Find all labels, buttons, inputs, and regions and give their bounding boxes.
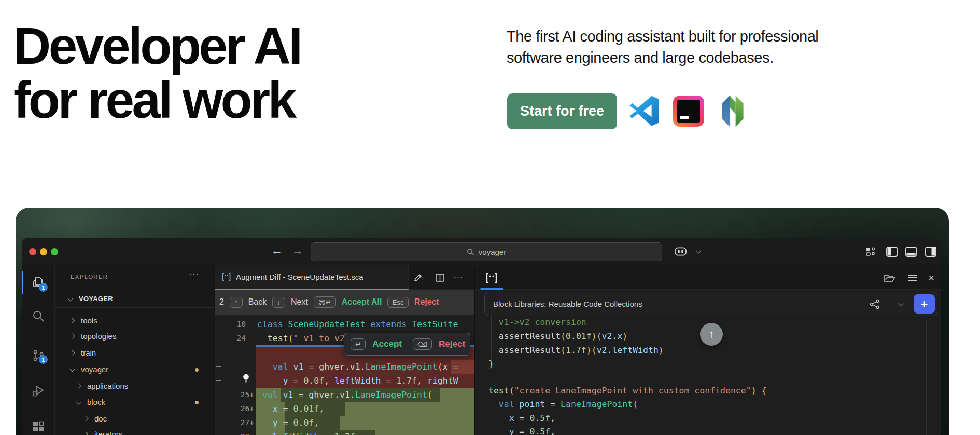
block-libraries-title: Block Libraries: Reusable Code Collectio…	[493, 300, 642, 308]
tree-item-voyager[interactable]: voyager	[55, 362, 214, 377]
active-view-indicator	[22, 271, 23, 294]
code-line-added: 25+ val v1 = ghver.v1.LaneImagePoint(	[215, 388, 474, 402]
block-libraries-bar[interactable]: Block Libraries: Reusable Code Collectio…	[484, 292, 937, 316]
workspace-section-voyager[interactable]: VOYAGER	[55, 291, 214, 308]
editor-more-actions-icon[interactable]: ···	[452, 271, 465, 284]
panel-code-line: v1->v2 conversion	[488, 315, 586, 329]
code-line-added: 28+ leftWidth = 1.7f,	[215, 430, 474, 435]
command-center-search[interactable]: voyager	[311, 242, 662, 261]
key-enter-icon: ↵	[351, 338, 366, 350]
reject-button[interactable]: Reject	[439, 339, 465, 349]
panel-scrollbar[interactable]	[926, 319, 927, 435]
diff-editor: Augment Diff - SceneUpdateTest.sca ··· 2…	[214, 265, 474, 435]
vscode-logo-icon	[628, 94, 661, 128]
explorer-sidebar: EXPLORER ··· VOYAGER tools topologies tr…	[55, 265, 214, 435]
panel-code-line: y = 0.5f,	[488, 425, 555, 435]
key-up-icon: ↑	[230, 297, 243, 308]
scroll-up-button[interactable]: ↑	[700, 323, 723, 346]
nav-forward-icon[interactable]: →	[292, 244, 303, 257]
title-line-2: for real work	[13, 73, 301, 127]
chevron-down-icon[interactable]	[696, 249, 702, 254]
nav-back-icon[interactable]: ←	[271, 244, 283, 257]
copilot-icon[interactable]	[674, 246, 687, 258]
tree-item-topologies[interactable]: topologies	[55, 329, 214, 344]
close-panel-icon[interactable]: ×	[925, 271, 938, 284]
modified-dot	[195, 401, 199, 404]
explorer-view-icon[interactable]: 1	[32, 276, 45, 289]
start-for-free-button[interactable]: Start for free	[507, 93, 617, 129]
key-esc-icon: Esc	[387, 297, 409, 308]
close-window-button[interactable]	[29, 248, 36, 255]
tree-item-block[interactable]: block	[55, 395, 214, 410]
toggle-sidebar-right-icon[interactable]	[925, 246, 937, 258]
inline-accept-reject-widget: ↵ Accept ⌫ Reject	[344, 333, 470, 356]
search-view-icon[interactable]	[32, 309, 45, 323]
toggle-sidebar-left-icon[interactable]	[886, 246, 898, 258]
augment-panel: × Block Libraries: Reusable Code Collect…	[474, 265, 941, 435]
tree-item-train[interactable]: train	[55, 345, 214, 361]
accept-all-button[interactable]: Accept All	[342, 297, 382, 307]
deleted-line-marker	[216, 380, 221, 381]
lightbulb-icon[interactable]	[242, 373, 250, 383]
zoom-window-button[interactable]	[51, 248, 58, 255]
page-title: Developer AI for real work	[13, 19, 301, 127]
tab-augment-diff[interactable]: Augment Diff - SceneUpdateTest.sca	[215, 265, 409, 290]
explorer-more-actions-icon[interactable]: ···	[189, 269, 199, 280]
chevron-down-icon[interactable]	[899, 301, 904, 306]
edit-pencil-icon[interactable]	[412, 271, 424, 284]
menu-hamburger-icon[interactable]	[906, 271, 919, 284]
tree-item-applications[interactable]: applications	[55, 378, 214, 394]
extensions-icon[interactable]	[32, 420, 45, 434]
active-tab-indicator	[480, 288, 503, 290]
split-editor-icon[interactable]	[433, 271, 446, 284]
back-button[interactable]: Back	[248, 297, 267, 307]
reject-all-button[interactable]: Reject	[414, 297, 439, 307]
title-line-1: Developer AI	[13, 19, 301, 73]
tree-item-iterators[interactable]: iterators	[55, 427, 214, 435]
source-control-icon[interactable]: 1	[32, 349, 45, 362]
neovim-logo-icon	[716, 94, 749, 128]
run-debug-icon[interactable]	[32, 384, 45, 398]
share-icon[interactable]	[870, 299, 880, 309]
code-line: 10class SceneUpdateTest extends TestSuit…	[215, 317, 474, 331]
code-line-deleted: val v1 = ghver.v1.LaneImagePoint(x =	[215, 360, 474, 374]
window-titlebar: ← → voyager	[22, 238, 941, 265]
panel-code-line: val point = LaneImagePoint(	[488, 397, 638, 411]
cta-row: Start for free	[507, 93, 749, 129]
customize-layout-icon[interactable]	[864, 246, 877, 258]
code-line-deleted: y = 0.0f, leftWidth = 1.7f, rightW	[215, 374, 474, 388]
subtitle: The first AI coding assistant built for …	[507, 26, 818, 69]
panel-tab-bar	[475, 265, 941, 290]
tree-item-tools[interactable]: tools	[55, 313, 214, 329]
toggle-panel-bottom-icon[interactable]	[905, 246, 917, 258]
diff-navigation-toolbar: 2 ↑ Back ↓ Next ⌘↵ Accept All Esc Reject	[215, 290, 474, 315]
key-backspace-icon: ⌫	[413, 338, 432, 350]
search-icon	[467, 248, 474, 256]
next-button[interactable]: Next	[291, 297, 308, 307]
jetbrains-logo-icon	[672, 94, 705, 128]
key-cmd-enter-icon: ⌘↵	[314, 296, 336, 308]
product-screenshot: ← → voyager	[16, 208, 949, 435]
editor-tab-bar: Augment Diff - SceneUpdateTest.sca ···	[215, 265, 474, 290]
code-line-added: 26+ x = 0.01f,	[215, 402, 474, 416]
key-down-icon: ↓	[272, 297, 285, 308]
panel-code-line: assertResult(0.01f)(v2.x)	[488, 329, 627, 343]
tab-label: Augment Diff - SceneUpdateTest.sca	[236, 273, 363, 281]
augment-icon	[485, 273, 498, 283]
add-block-library-button[interactable]: +	[914, 294, 935, 314]
open-folder-icon[interactable]	[883, 271, 897, 284]
accept-button[interactable]: Accept	[372, 339, 402, 349]
panel-code-line: x = 0.5f,	[488, 411, 555, 425]
tree-item-doc[interactable]: doc	[55, 411, 214, 427]
minimize-window-button[interactable]	[40, 248, 47, 255]
panel-code-line: }	[488, 357, 494, 371]
panel-code-line: assertResult(1.7f)(v2.leftWidth)	[488, 343, 664, 357]
deleted-line-marker	[216, 366, 221, 367]
vscode-window: ← → voyager	[22, 238, 941, 435]
search-value: voyager	[479, 248, 506, 256]
landing-page: Developer AI for real work The first AI …	[0, 0, 980, 435]
code-line-added: 27+ y = 0.0f,	[215, 416, 474, 430]
augment-diff-icon	[221, 273, 231, 281]
explorer-header: EXPLORER	[71, 274, 108, 280]
augment-panel-tab[interactable]	[483, 269, 500, 287]
